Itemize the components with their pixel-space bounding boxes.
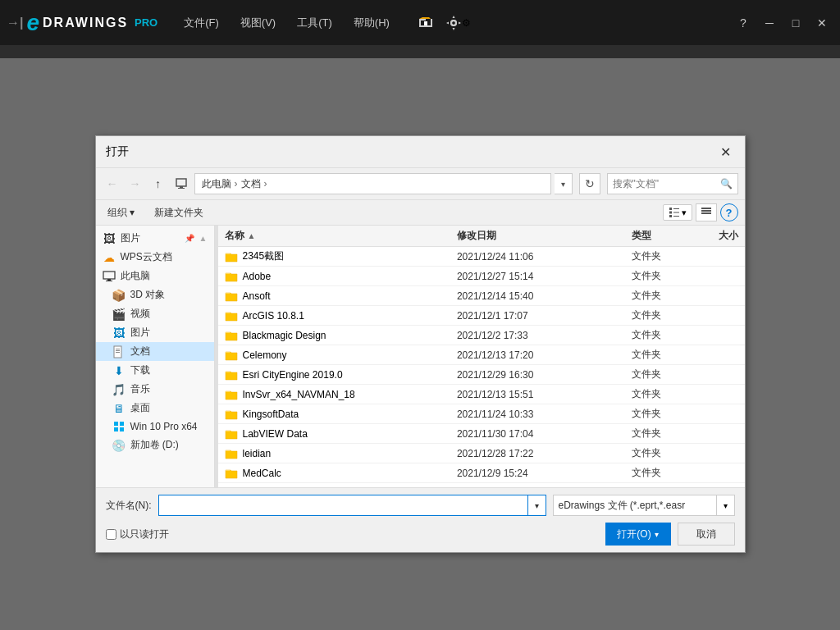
menu-file[interactable]: 文件(F) — [174, 12, 229, 34]
address-dropdown[interactable]: ▾ — [555, 173, 573, 194]
sidebar-item-documents[interactable]: 文档 — [96, 342, 214, 361]
pictures-icon: 🖼 — [112, 326, 126, 340]
column-size[interactable]: 大小 — [689, 229, 738, 243]
svg-rect-20 — [107, 279, 111, 281]
sort-icon: ▲ — [248, 231, 256, 240]
view-list-button[interactable]: ▾ — [663, 204, 692, 221]
forward-button[interactable]: → — [126, 174, 145, 194]
sidebar-item-desktop[interactable]: 🖥 桌面 — [96, 399, 214, 418]
svg-rect-17 — [701, 210, 711, 212]
sidebar-item-video[interactable]: 🎬 视频 — [96, 304, 214, 323]
sidebar-item-computer[interactable]: 此电脑 — [96, 267, 214, 285]
open-button[interactable]: 打开(O) ▾ — [605, 523, 671, 546]
cell-type: 文件夹 — [632, 308, 689, 322]
filename-input[interactable] — [158, 495, 528, 516]
logo-pro: PRO — [135, 16, 158, 29]
filename-label: 文件名(N): — [106, 499, 152, 513]
sidebar-item-newdrive[interactable]: 💿 新加卷 (D:) — [96, 436, 214, 454]
cell-type: 文件夹 — [632, 427, 689, 441]
cell-type: 文件夹 — [632, 289, 689, 303]
table-row[interactable]: MedCalc 2021/12/9 15:24 文件夹 — [218, 463, 745, 483]
cell-date: 2021/12/13 15:51 — [457, 389, 632, 400]
cell-date: 2021/11/30 17:04 — [457, 428, 632, 440]
view-details-button[interactable] — [696, 203, 717, 221]
column-name[interactable]: 名称 ▲ — [225, 229, 457, 243]
svg-rect-16 — [701, 208, 711, 209]
cell-date: 2021/12/13 17:20 — [457, 349, 632, 361]
column-type[interactable]: 类型 — [632, 229, 689, 243]
svg-rect-10 — [669, 208, 672, 210]
path-pc: 此电脑 — [202, 177, 231, 191]
table-row[interactable]: ArcGIS 10.8.1 2021/12/1 17:07 文件夹 — [218, 306, 745, 326]
restore-button[interactable]: □ — [784, 14, 807, 32]
table-row[interactable]: 2345截图 2021/12/24 11:06 文件夹 — [218, 247, 745, 267]
back-button[interactable]: ← — [103, 174, 122, 194]
readonly-row: 以只读打开 — [106, 527, 169, 541]
cell-name: Esri CityEngine 2019.0 — [225, 368, 457, 381]
table-row[interactable]: Ansoft 2021/12/14 15:40 文件夹 — [218, 286, 745, 306]
dialog-title: 打开 — [106, 144, 129, 159]
new-folder-button[interactable]: 新建文件夹 — [146, 204, 212, 221]
filetype-dropdown[interactable]: ▾ — [717, 495, 735, 516]
sidebar-item-3d[interactable]: 📦 3D 对象 — [96, 285, 214, 304]
table-row[interactable]: InvSvr_x64_NAVMAN_18 2021/12/13 15:51 文件… — [218, 385, 745, 404]
cell-type: 文件夹 — [632, 328, 689, 342]
search-icon: 🔍 — [720, 178, 733, 189]
svg-rect-9 — [178, 188, 185, 189]
organize-button[interactable]: 组织 ▾ — [103, 204, 139, 221]
dialog-help-button[interactable]: ? — [720, 203, 738, 221]
table-row[interactable]: Adobe 2021/12/27 15:14 文件夹 — [218, 267, 745, 286]
cell-name: Ansoft — [225, 290, 457, 303]
dialog-toolbar2: 组织 ▾ 新建文件夹 ▾ ? — [96, 200, 745, 226]
menu-view[interactable]: 视图(V) — [231, 12, 285, 34]
cell-date: 2021/12/14 15:40 — [457, 290, 632, 302]
sidebar-label-desktop: 桌面 — [130, 401, 208, 415]
table-row[interactable]: leidian 2021/12/28 17:22 文件夹 — [218, 444, 745, 463]
menu-tools[interactable]: 工具(T) — [287, 12, 342, 34]
logo-arrow-icon: →| — [7, 16, 23, 30]
up-button[interactable]: ↑ — [148, 174, 168, 194]
sidebar-item-win10[interactable]: Win 10 Pro x64 — [96, 418, 214, 436]
settings-icon[interactable]: ⚙ — [445, 10, 472, 36]
filename-dropdown[interactable]: ▾ — [528, 495, 546, 516]
logo-name: DRAWINGS — [43, 16, 128, 30]
cell-date: 2021/12/9 15:24 — [457, 468, 632, 479]
help-button[interactable]: ? — [732, 14, 755, 32]
table-row[interactable]: LabVIEW Data 2021/11/30 17:04 文件夹 — [218, 424, 745, 444]
column-date[interactable]: 修改日期 — [457, 229, 632, 243]
refresh-button[interactable]: ↻ — [579, 173, 600, 194]
music-icon: 🎵 — [112, 383, 126, 396]
readonly-checkbox[interactable] — [106, 529, 116, 540]
video-icon: 🎬 — [112, 308, 126, 321]
dialog-close-button[interactable]: ✕ — [717, 143, 735, 161]
cancel-button[interactable]: 取消 — [678, 523, 735, 546]
search-input[interactable] — [613, 178, 717, 189]
open-file-icon[interactable] — [413, 10, 439, 36]
toolbar2 — [0, 45, 840, 58]
sidebar-item-wps[interactable]: ☁ WPS云文档 — [96, 248, 214, 267]
cell-type: 文件夹 — [632, 446, 689, 460]
menu-help[interactable]: 帮助(H) — [344, 12, 399, 34]
close-button[interactable]: ✕ — [810, 14, 833, 32]
minimize-button[interactable]: ─ — [758, 14, 781, 32]
table-row[interactable]: KingsoftData 2021/11/24 10:33 文件夹 — [218, 404, 745, 424]
sidebar-item-downloads[interactable]: ⬇ 下载 — [96, 361, 214, 380]
sidebar: 🖼 图片 📌 ▲ ☁ WPS云文档 此电脑 📦 3D 对 — [96, 226, 215, 487]
file-list-area: 名称 ▲ 修改日期 类型 大小 — [218, 226, 745, 487]
sidebar-item-pictures-top[interactable]: 🖼 图片 📌 ▲ — [96, 229, 214, 248]
sidebar-item-music[interactable]: 🎵 音乐 — [96, 380, 214, 399]
toolbar-icons: ⚙ — [413, 10, 472, 36]
desktop-icon[interactable] — [171, 174, 191, 194]
table-row[interactable]: Celemony 2021/12/13 17:20 文件夹 — [218, 345, 745, 365]
address-path[interactable]: 此电脑 › 文档 › — [194, 173, 551, 194]
cell-name: InvSvr_x64_NAVMAN_18 — [225, 388, 457, 401]
sidebar-item-pictures[interactable]: 🖼 图片 — [96, 323, 214, 342]
computer-icon — [103, 270, 116, 283]
table-row[interactable]: Blackmagic Design 2021/12/2 17:33 文件夹 — [218, 326, 745, 345]
cell-type: 文件夹 — [632, 368, 689, 381]
sidebar-label-win10: Win 10 Pro x64 — [130, 421, 208, 432]
svg-rect-15 — [673, 216, 679, 217]
table-row[interactable]: Esri CityEngine 2019.0 2021/12/29 16:30 … — [218, 365, 745, 385]
svg-rect-21 — [106, 281, 112, 281]
search-box: 🔍 — [607, 173, 738, 194]
